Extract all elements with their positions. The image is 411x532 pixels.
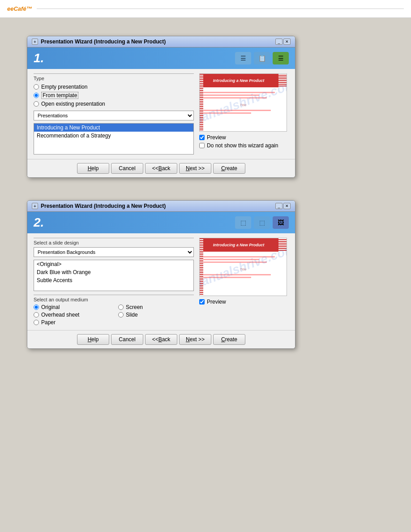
step1-number: 1. [34,51,44,65]
minimize-btn2[interactable]: _ [275,203,283,209]
radio-existing-label: Open existing presentation [41,101,105,107]
checkbox-preview2[interactable]: Preview [199,299,289,305]
preview-container2: Introducing a New Product Title [199,238,287,296]
overhead-label: Overhead sheet [41,312,79,318]
presentations-dropdown[interactable]: Presentations [34,111,194,120]
dialog1-footer: Help Cancel << Back Next >> Create [27,159,295,177]
next-btn1[interactable]: Next >> [179,163,211,174]
preview2-title: Introducing a New Product [213,243,274,247]
cancel-btn2[interactable]: Cancel [111,334,143,345]
original2-label: Original [41,304,60,310]
presentations-dropdown-wrapper: Presentations [34,111,194,120]
dialog1-titlebar: + Presentation Wizard (Introducing a New… [27,36,295,47]
step1-icon3[interactable]: ☰ [273,52,289,64]
top-bar: eeCafé™ [0,0,411,18]
dialog2-footer: Help Cancel << Back Next >> Create [27,330,295,348]
radio-template-label: From template [41,92,78,99]
design-item-darkblue[interactable]: Dark Blue with Orange [34,268,193,276]
dialog2-title: Presentation Wizard (Introducing a New P… [41,203,166,209]
radio-slide[interactable]: Slide [118,312,194,318]
design-item-subtle[interactable]: Subtle Accents [34,276,193,284]
help-btn2[interactable]: Help [77,334,109,345]
output-radios: Original Screen Overhead sheet [34,304,194,326]
checkbox-wizard1[interactable]: Do not show this wizard again [199,142,289,149]
preview-label2: Preview [207,299,226,305]
expand-btn2[interactable]: + [32,203,38,209]
slide-label: Slide [126,312,138,318]
help-btn1[interactable]: Help [77,163,109,174]
next-btn2[interactable]: Next >> [179,334,211,345]
dialog2-titlebar: + Presentation Wizard (Introducing a New… [27,201,295,212]
step2-icon2[interactable]: ⬚ [254,216,270,229]
back-btn1[interactable]: << Back [145,163,177,174]
radio-existing[interactable]: Open existing presentation [34,101,194,107]
radio-paper[interactable]: Paper [34,319,109,326]
design-item-original[interactable]: <Original> [34,260,193,268]
step1-icon1[interactable]: ☰ [235,52,251,64]
step2-header: 2. ⬚ ⬚ 🖼 [27,212,295,233]
step2-icon1[interactable]: ⬚ [235,216,251,229]
expand-btn[interactable]: + [32,39,38,45]
type-label: Type [34,73,194,81]
dialog1: + Presentation Wizard (Introducing a New… [27,36,295,178]
create-btn2[interactable]: Create [213,334,245,345]
template-listbox[interactable]: Introducing a New Product Recommendation… [34,123,194,154]
wizard-label1: Do not show this wizard again [207,142,278,149]
output-medium-label: Select an output medium [34,295,194,302]
app-logo: eeCafé™ [7,5,32,12]
preview1-subtitle: Title [203,103,283,107]
listbox-item-2[interactable]: Recommendation of a Strategy [34,132,193,140]
radio-group: Empty presentation From template Open ex… [34,84,194,107]
radio-empty-label: Empty presentation [41,84,87,90]
preview-label1: Preview [207,134,226,141]
step2-number: 2. [34,215,44,230]
minimize-btn[interactable]: _ [275,39,283,45]
preview-container1: Introducing a New Product Title [199,73,287,132]
checkbox-preview1[interactable]: Preview [199,134,289,141]
radio-original2[interactable]: Original [34,304,109,310]
radio-template[interactable]: From template [34,92,194,99]
listbox-item-1[interactable]: Introducing a New Product [34,124,193,132]
checkbox-group1: Preview Do not show this wizard again [199,134,289,149]
select-design-label: Select a slide design [34,238,194,245]
output-medium-section: Select an output medium Original Screen [34,295,194,326]
design-listbox[interactable]: <Original> Dark Blue with Orange Subtle … [34,260,194,291]
dialog1-title: Presentation Wizard (Introducing a New P… [41,39,166,45]
select-design-section: Select a slide design Presentation Backg… [34,238,194,291]
radio-empty[interactable]: Empty presentation [34,84,194,90]
backgrounds-dropdown[interactable]: Presentation Backgrounds [34,247,194,257]
create-btn1[interactable]: Create [213,163,245,174]
step2-icon3[interactable]: 🖼 [273,216,289,229]
close-btn[interactable]: ✕ [283,39,291,45]
paper-label: Paper [41,319,56,326]
back-btn2[interactable]: << Back [145,334,177,345]
close-btn2[interactable]: ✕ [283,203,291,209]
screen-label: Screen [126,304,143,310]
radio-overhead[interactable]: Overhead sheet [34,312,109,318]
step1-icon2[interactable]: 📋 [254,52,270,64]
preview2-subtitle: Title [203,267,283,271]
checkbox-group2: Preview [199,299,289,305]
cancel-btn1[interactable]: Cancel [111,163,143,174]
preview1-title: Introducing a New Product [213,78,274,83]
radio-screen[interactable]: Screen [118,304,194,310]
step1-header: 1. ☰ 📋 ☰ [27,47,295,69]
dialog2: + Presentation Wizard (Introducing a New… [27,200,295,349]
